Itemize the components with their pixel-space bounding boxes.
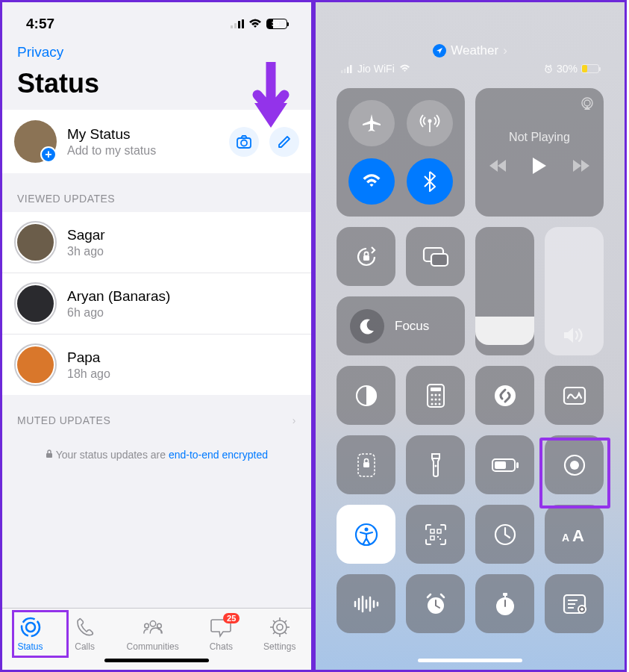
airplay-icon xyxy=(580,97,595,111)
svg-rect-1 xyxy=(234,23,237,28)
phone-icon xyxy=(74,616,96,638)
svg-rect-3 xyxy=(242,19,244,28)
guided-access-button[interactable] xyxy=(337,435,395,494)
svg-rect-61 xyxy=(495,461,506,469)
shazam-icon xyxy=(493,384,517,408)
svg-rect-0 xyxy=(231,25,233,28)
voice-memo-button[interactable] xyxy=(337,574,395,633)
camera-icon xyxy=(237,135,251,149)
avatar xyxy=(14,282,57,325)
speaker-icon xyxy=(563,326,586,345)
battery-icon xyxy=(581,64,599,73)
svg-rect-6 xyxy=(46,453,52,458)
tab-chats[interactable]: 25 Chats xyxy=(210,616,233,652)
status-bar: 4:57 30 xyxy=(2,2,311,38)
airplane-mode-toggle[interactable] xyxy=(348,100,395,146)
avatar xyxy=(14,221,57,264)
highlight-annotation xyxy=(12,610,69,658)
svg-rect-32 xyxy=(431,254,448,266)
timer-icon xyxy=(493,523,517,547)
dark-mode-toggle[interactable] xyxy=(337,366,395,425)
play-icon[interactable] xyxy=(533,158,546,174)
tab-settings[interactable]: Settings xyxy=(263,616,295,652)
media-tile[interactable]: Not Playing xyxy=(475,88,604,217)
encryption-link[interactable]: end-to-end encrypted xyxy=(169,449,268,461)
avatar xyxy=(14,343,57,386)
svg-rect-44 xyxy=(431,388,441,391)
contact-name: Sagar xyxy=(67,227,105,243)
muted-updates-header[interactable]: MUTED UPDATES › xyxy=(2,395,311,434)
cellular-data-toggle[interactable] xyxy=(407,100,453,146)
svg-point-11 xyxy=(157,623,161,628)
highlight-annotation xyxy=(539,438,610,508)
volume-slider[interactable] xyxy=(545,227,604,355)
viewed-updates-list: Sagar3h ago Aryan (Banaras)6h ago Papa18… xyxy=(2,212,311,395)
orientation-lock-toggle[interactable] xyxy=(337,227,395,286)
shazam-button[interactable] xyxy=(475,366,534,425)
freeform-icon xyxy=(563,386,586,405)
carrier-label: Jio WiFi xyxy=(357,63,395,75)
svg-rect-57 xyxy=(363,462,369,467)
svg-rect-84 xyxy=(503,593,507,596)
low-power-toggle[interactable] xyxy=(475,435,534,494)
svg-line-19 xyxy=(284,632,287,634)
tab-calls[interactable]: Calls xyxy=(74,616,96,652)
svg-point-46 xyxy=(434,393,436,396)
qr-scanner-button[interactable] xyxy=(406,505,465,564)
accessibility-button[interactable] xyxy=(337,505,395,564)
svg-point-27 xyxy=(428,119,432,123)
svg-rect-2 xyxy=(238,21,240,28)
text-size-button[interactable]: AA xyxy=(545,505,604,564)
svg-point-51 xyxy=(431,402,433,405)
bluetooth-toggle[interactable] xyxy=(407,158,453,205)
battery-percent: 30% xyxy=(557,63,578,75)
chats-icon: 25 xyxy=(210,616,232,638)
my-avatar: + xyxy=(14,120,57,163)
stopwatch-button[interactable] xyxy=(475,574,534,633)
update-time: 3h ago xyxy=(67,245,105,258)
pencil-icon xyxy=(278,135,291,149)
svg-rect-71 xyxy=(439,538,441,540)
rewind-icon[interactable] xyxy=(489,160,506,172)
list-item[interactable]: Aryan (Banaras)6h ago xyxy=(2,273,311,335)
viewed-updates-header: VIEWED UPDATES xyxy=(2,173,311,212)
svg-rect-24 xyxy=(347,66,349,73)
timer-button[interactable] xyxy=(475,505,534,564)
notes-button[interactable] xyxy=(545,574,604,633)
forward-icon[interactable] xyxy=(573,160,589,172)
notes-icon xyxy=(563,594,586,615)
tab-communities[interactable]: Communities xyxy=(127,616,179,652)
gear-icon xyxy=(269,616,291,638)
svg-point-53 xyxy=(438,402,440,405)
wifi-icon xyxy=(362,174,381,189)
qr-icon xyxy=(425,523,447,546)
list-item[interactable]: Papa18h ago xyxy=(2,335,311,395)
time-label: 4:57 xyxy=(26,16,54,32)
svg-rect-62 xyxy=(516,462,519,468)
svg-text:A: A xyxy=(572,526,584,543)
unread-badge: 25 xyxy=(223,613,240,623)
list-item[interactable]: Sagar3h ago xyxy=(2,212,311,273)
brightness-slider[interactable] xyxy=(475,227,534,355)
my-status-title: My Status xyxy=(67,126,219,143)
cellular-icon xyxy=(341,65,353,73)
focus-button[interactable]: Focus xyxy=(337,296,465,355)
flashlight-button[interactable] xyxy=(406,435,465,494)
svg-point-54 xyxy=(495,385,516,406)
update-time: 6h ago xyxy=(67,306,170,320)
text-size-icon: AA xyxy=(562,526,587,543)
calculator-button[interactable] xyxy=(406,366,465,425)
moon-icon xyxy=(350,309,384,343)
battery-icon xyxy=(492,458,519,472)
svg-point-48 xyxy=(431,398,433,400)
home-indicator[interactable] xyxy=(418,659,522,662)
alarm-button[interactable] xyxy=(406,574,465,633)
home-indicator[interactable] xyxy=(104,659,209,662)
wifi-icon xyxy=(248,19,262,29)
svg-rect-69 xyxy=(431,536,434,540)
svg-rect-25 xyxy=(350,65,352,73)
wifi-toggle[interactable] xyxy=(348,158,395,205)
screen-mirroring-button[interactable] xyxy=(406,227,465,286)
freeform-button[interactable] xyxy=(545,366,604,425)
weather-link[interactable]: Weather › xyxy=(433,43,507,58)
